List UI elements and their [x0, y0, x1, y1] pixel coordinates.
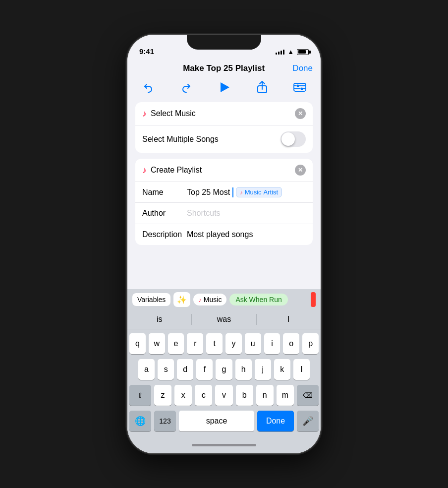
key-z[interactable]: z [154, 385, 171, 406]
music-artist-token[interactable]: ♪ Music Artist [236, 187, 282, 197]
home-bar [192, 444, 256, 446]
cursor [232, 187, 233, 197]
keyboard-done-label: Done [266, 417, 285, 426]
svg-point-3 [301, 88, 303, 90]
space-key-label: space [206, 417, 227, 426]
key-g[interactable]: g [216, 359, 232, 380]
create-playlist-header: ♪ Create Playlist ✕ [135, 159, 313, 182]
red-dot-indicator [311, 292, 316, 307]
music-pill-icon: ♪ [198, 296, 202, 304]
numbers-key[interactable]: 123 [154, 411, 176, 431]
mic-key[interactable]: 🎤 [297, 411, 319, 431]
select-multiple-label: Select Multiple Songs [142, 135, 219, 144]
create-playlist-close-button[interactable]: ✕ [295, 165, 306, 176]
svg-rect-1 [294, 83, 306, 91]
name-text: Top 25 Most [187, 188, 230, 197]
suggestions-bar: is was I [127, 310, 321, 329]
variables-button[interactable]: Variables [132, 293, 170, 306]
magic-button[interactable]: ✨ [173, 292, 190, 307]
header: Make Top 25 Playlist Done [127, 60, 321, 75]
key-b[interactable]: b [236, 385, 253, 406]
key-q[interactable]: q [129, 333, 146, 354]
author-label: Author [142, 209, 187, 218]
select-music-close-button[interactable]: ✕ [295, 108, 306, 119]
name-value[interactable]: Top 25 Most ♪ Music Artist [187, 187, 306, 197]
redo-button[interactable] [177, 78, 195, 96]
keyboard-row-3: ⇧ z x c v b n m ⌫ [129, 385, 319, 406]
suggestion-is[interactable]: is [127, 314, 192, 325]
cards-area: ♪ Select Music ✕ Select Multiple Songs ♪ [127, 100, 321, 289]
status-time: 9:41 [139, 47, 154, 56]
key-d[interactable]: d [177, 359, 193, 380]
key-t[interactable]: t [206, 333, 223, 354]
key-c[interactable]: c [195, 385, 212, 406]
space-key[interactable]: space [179, 411, 254, 431]
key-y[interactable]: y [225, 333, 242, 354]
key-r[interactable]: r [187, 333, 203, 354]
token-artist-label: Artist [264, 188, 279, 196]
home-indicator [127, 436, 321, 453]
content-area: Make Top 25 Playlist Done [127, 60, 321, 453]
key-v[interactable]: v [215, 385, 232, 406]
key-h[interactable]: h [235, 359, 252, 380]
status-icons: ▲ [276, 48, 309, 56]
delete-key[interactable]: ⌫ [297, 385, 319, 406]
key-j[interactable]: j [255, 359, 271, 380]
play-icon [221, 82, 229, 92]
globe-key[interactable]: 🌐 [129, 411, 151, 431]
select-music-title: Select Music [151, 109, 196, 118]
done-button[interactable]: Done [292, 63, 313, 73]
ask-when-run-label: Ask When Run [235, 296, 281, 304]
name-label: Name [142, 188, 187, 197]
play-button[interactable] [215, 78, 233, 96]
keyboard-bottom-row: 🌐 123 space Done 🎤 [129, 411, 319, 431]
key-w[interactable]: w [149, 333, 165, 354]
key-m[interactable]: m [277, 385, 294, 406]
create-playlist-card: ♪ Create Playlist ✕ Name Top 25 Most ♪ M… [135, 159, 313, 245]
share-button[interactable] [253, 78, 271, 96]
select-music-icon: ♪ [142, 109, 147, 119]
notch [187, 35, 261, 50]
key-f[interactable]: f [196, 359, 213, 380]
key-i[interactable]: i [264, 333, 280, 354]
keyboard-done-key[interactable]: Done [257, 411, 294, 431]
key-x[interactable]: x [174, 385, 192, 406]
shift-key[interactable]: ⇧ [129, 385, 151, 406]
key-l[interactable]: l [293, 359, 310, 380]
key-n[interactable]: n [256, 385, 274, 406]
key-o[interactable]: o [283, 333, 299, 354]
key-p[interactable]: p [302, 333, 319, 354]
settings-button[interactable] [291, 78, 309, 96]
select-multiple-toggle[interactable] [280, 131, 306, 147]
select-multiple-row: Select Multiple Songs [135, 125, 313, 153]
wifi-icon: ▲ [287, 48, 294, 56]
toolbar [127, 75, 321, 100]
key-k[interactable]: k [274, 359, 290, 380]
signal-bars-icon [276, 50, 284, 55]
key-u[interactable]: u [245, 333, 261, 354]
magic-icon: ✨ [177, 295, 187, 305]
battery-icon [297, 49, 309, 55]
keyboard-row-2: a s d f g h j k l [129, 359, 319, 380]
phone-frame: 9:41 ▲ Make Top 25 Playlist Done [127, 35, 321, 453]
bottom-bar: Variables ✨ ♪ Music Ask When Run [127, 289, 321, 310]
token-music-label: Music [245, 188, 262, 196]
header-title: Make Top 25 Playlist [155, 63, 292, 73]
description-row: Description Most played songs [135, 224, 313, 245]
key-s[interactable]: s [158, 359, 174, 380]
svg-point-2 [297, 85, 299, 87]
suggestion-was[interactable]: was [192, 314, 256, 325]
select-music-card: ♪ Select Music ✕ Select Multiple Songs [135, 102, 313, 153]
suggestion-i[interactable]: I [257, 314, 321, 325]
create-playlist-title: Create Playlist [151, 166, 202, 175]
token-music-icon: ♪ [240, 189, 243, 195]
ask-when-run-button[interactable]: Ask When Run [229, 294, 287, 305]
key-e[interactable]: e [168, 333, 184, 354]
description-label: Description [142, 230, 187, 239]
music-pill-button[interactable]: ♪ Music [193, 294, 226, 305]
undo-button[interactable] [139, 78, 157, 96]
keyboard: q w e r t y u i o p a s d f g h j k [127, 329, 321, 436]
key-a[interactable]: a [138, 359, 155, 380]
numbers-key-label: 123 [159, 417, 170, 425]
music-pill-label: Music [204, 296, 222, 304]
